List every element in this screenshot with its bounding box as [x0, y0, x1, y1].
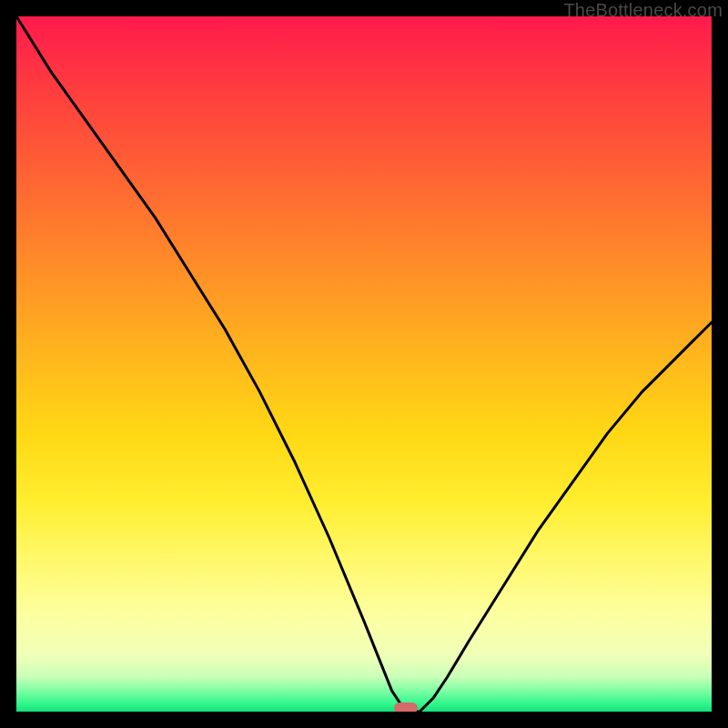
watermark-text: TheBottleneck.com — [563, 0, 723, 21]
bottleneck-curve — [16, 16, 712, 712]
curve-path — [16, 16, 712, 712]
chart-frame: TheBottleneck.com — [0, 0, 728, 728]
plot-area — [16, 16, 712, 712]
optimal-marker — [394, 703, 418, 712]
